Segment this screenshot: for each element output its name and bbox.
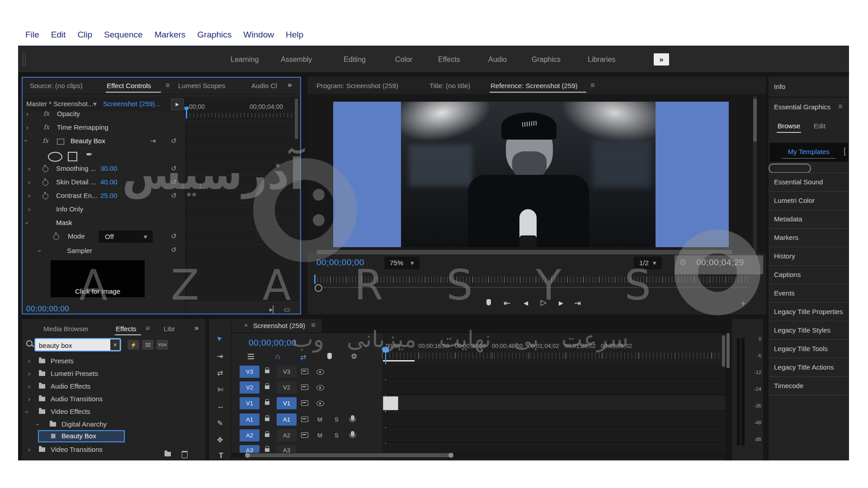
snap-magnet-icon[interactable]: ∩	[275, 352, 281, 361]
linked-selection-icon[interactable]: ⇄	[300, 353, 306, 361]
stopwatch-icon[interactable]	[42, 193, 48, 199]
tree-expander[interactable]: ›	[28, 357, 30, 365]
panel-overflow-icon[interactable]: »	[194, 324, 198, 333]
tree-item-beauty-box[interactable]: Beauty Box	[61, 432, 96, 440]
tab-media-browser[interactable]: Media Browser	[43, 325, 89, 333]
tree-item-presets[interactable]: Presets	[51, 357, 74, 365]
track-output-eye-icon[interactable]	[316, 385, 324, 390]
tree-item-digital-anarchy[interactable]: Digital Anarchy	[61, 420, 107, 428]
row-expander[interactable]: ›	[28, 178, 30, 186]
type-tool-icon[interactable]: T	[219, 452, 223, 460]
track-target-a3[interactable]: A3	[277, 445, 297, 453]
ec-play-button[interactable]: ▶	[171, 99, 184, 110]
menu-graphics[interactable]: Graphics	[197, 30, 231, 40]
timeline-timecode[interactable]: 00;00;00;00	[249, 338, 297, 348]
sidebar-item-timecode[interactable]: Timecode	[774, 382, 803, 389]
ripple-edit-tool-icon[interactable]: ⇄	[217, 369, 223, 377]
mute-button[interactable]: M	[317, 432, 322, 439]
workspace-grip[interactable]	[25, 53, 26, 66]
new-bin-icon[interactable]	[165, 452, 171, 456]
track-content-row[interactable]	[382, 412, 725, 427]
ec-value-smoothing[interactable]: 30.00	[100, 164, 118, 172]
panel-menu-icon[interactable]: ≡	[311, 321, 315, 329]
track-style-icon[interactable]	[301, 417, 308, 422]
row-expander[interactable]: ›	[26, 110, 28, 117]
ec-ruler-ticks[interactable]	[186, 113, 297, 117]
sidebar-item-essential-sound[interactable]: Essential Sound	[774, 178, 823, 186]
ec-master-label[interactable]: Master * Screenshot...	[26, 100, 93, 108]
tab-essential-graphics[interactable]: Essential Graphics	[774, 103, 830, 111]
ec-value-skin-detail[interactable]: 40.00	[100, 178, 118, 186]
chevron-down-icon[interactable]: ▾	[93, 100, 97, 108]
solo-button[interactable]: S	[335, 416, 339, 423]
tree-item-lumetri-presets[interactable]: Lumetri Presets	[51, 370, 98, 377]
track-style-icon[interactable]	[301, 400, 308, 406]
my-templates-label[interactable]: My Templates	[769, 148, 848, 155]
row-collapse[interactable]: ›	[24, 222, 31, 224]
track-style-icon[interactable]	[301, 432, 308, 438]
monitor-scrub-handle[interactable]	[315, 284, 322, 292]
add-marker-icon[interactable]	[327, 353, 332, 359]
workspace-tab-effects[interactable]: Effects	[438, 56, 460, 64]
goto-in-icon[interactable]: ⇤	[504, 298, 510, 308]
pin-to-clip-icon[interactable]: ⇥	[150, 137, 156, 145]
stopwatch-icon[interactable]	[42, 166, 48, 172]
tab-libraries[interactable]: Libr	[164, 325, 175, 333]
workspace-tab-assembly[interactable]: Assembly	[281, 56, 312, 64]
track-target-v2[interactable]: V2	[277, 381, 297, 394]
timeline-ruler-ticks[interactable]	[382, 352, 723, 359]
monitor-timecode[interactable]: 00;00;00;00	[316, 258, 364, 267]
ec-row-time-remapping[interactable]: Time Remapping	[57, 123, 108, 131]
timeline-vscrollbar[interactable]	[722, 335, 725, 367]
close-icon[interactable]: ×	[244, 322, 248, 329]
slip-tool-icon[interactable]: ↔	[217, 402, 224, 410]
row-expander[interactable]: ›	[28, 205, 30, 213]
tab-reference-monitor[interactable]: Reference: Screenshot (259)	[491, 82, 578, 89]
reset-icon[interactable]: ↺	[171, 178, 177, 186]
monitor-playhead[interactable]	[314, 275, 316, 284]
row-expander[interactable]: ›	[28, 192, 30, 199]
delete-icon[interactable]	[182, 451, 188, 458]
workspace-tab-color[interactable]: Color	[395, 56, 412, 64]
sidebar-item-metadata[interactable]: Metadata	[774, 215, 802, 223]
lock-icon[interactable]	[265, 433, 269, 437]
button-editor-plus-icon[interactable]: +	[741, 298, 746, 309]
play-around-icon[interactable]: ▸▏	[269, 305, 278, 314]
source-patch-a3[interactable]: A3	[240, 445, 259, 453]
tree-expander[interactable]: ›	[28, 446, 30, 453]
ec-scrollbar[interactable]	[295, 99, 298, 139]
search-input[interactable]	[38, 339, 108, 351]
track-select-tool-icon[interactable]: ⇥	[217, 352, 223, 361]
ec-playhead-head[interactable]	[184, 107, 189, 110]
tab-effect-controls[interactable]: Effect Controls	[107, 82, 151, 89]
tree-item-audio-transitions[interactable]: Audio Transitions	[51, 395, 103, 403]
row-collapse[interactable]: ›	[23, 140, 30, 142]
workspace-overflow-button[interactable]: »	[654, 53, 669, 66]
stopwatch-icon[interactable]	[53, 234, 59, 240]
sidebar-item-legacy-title-styles[interactable]: Legacy Title Styles	[774, 326, 830, 334]
track-target-v3[interactable]: V3	[277, 366, 297, 378]
ec-divider[interactable]	[185, 97, 186, 314]
menu-window[interactable]: Window	[243, 30, 274, 40]
source-patch-a1[interactable]: A1	[240, 413, 259, 426]
tab-lumetri-scopes[interactable]: Lumetri Scopes	[178, 82, 225, 89]
workspace-tab-libraries[interactable]: Libraries	[588, 56, 615, 64]
monitor-zoom-scrollbar[interactable]	[316, 250, 732, 254]
search-clear-button[interactable]: ×	[110, 339, 120, 350]
scrollbar-handle-dot[interactable]	[245, 453, 250, 458]
source-patch-a2[interactable]: A2	[240, 429, 259, 441]
track-target-a2[interactable]: A2	[277, 429, 297, 441]
add-marker-icon[interactable]	[486, 299, 491, 305]
tab-effects[interactable]: Effects	[116, 325, 137, 333]
monitor-scrollbar-handle[interactable]	[753, 99, 757, 142]
step-back-icon[interactable]: ◀	[524, 300, 528, 306]
stopwatch-icon[interactable]	[42, 180, 48, 186]
timeline-tab-label[interactable]: Screenshot (259)	[253, 322, 305, 329]
tab-source[interactable]: Source: (no clips)	[30, 82, 83, 89]
tree-expander[interactable]: ›	[28, 382, 30, 390]
play-button-icon[interactable]: ▷	[541, 298, 547, 307]
workspace-tab-editing[interactable]: Editing	[344, 56, 366, 64]
sidebar-item-markers[interactable]: Markers	[774, 234, 798, 241]
solo-button[interactable]: S	[335, 432, 339, 439]
track-content-row[interactable]	[382, 444, 725, 453]
